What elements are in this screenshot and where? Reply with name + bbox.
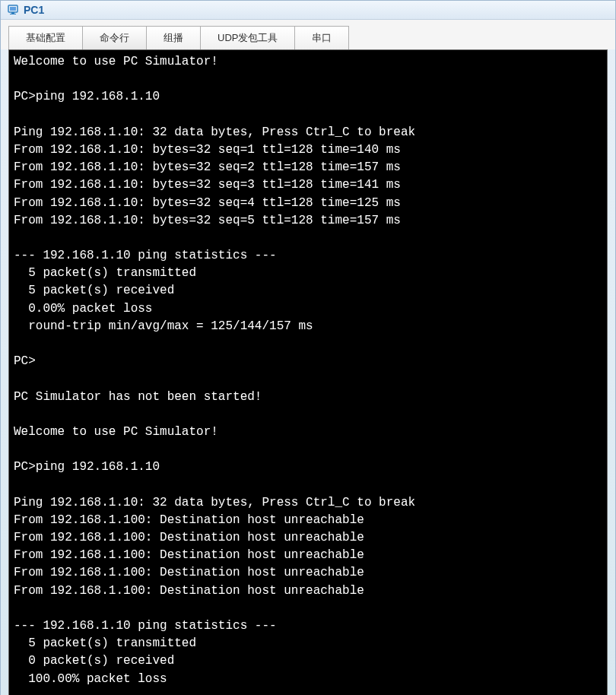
terminal-output[interactable]: Welcome to use PC Simulator! PC>ping 192… xyxy=(8,49,608,695)
tab-multicast[interactable]: 组播 xyxy=(146,26,201,49)
app-window: PC1 基础配置 命令行 组播 UDP发包工具 串口 Welcome to us… xyxy=(0,0,616,695)
title-bar: PC1 xyxy=(1,1,615,20)
window-title: PC1 xyxy=(24,4,44,16)
tab-udp-tool[interactable]: UDP发包工具 xyxy=(200,26,295,49)
svg-rect-3 xyxy=(10,14,16,14)
svg-rect-1 xyxy=(10,7,16,11)
tab-serial[interactable]: 串口 xyxy=(294,26,349,49)
tab-command-line[interactable]: 命令行 xyxy=(82,26,147,49)
tab-basic-config[interactable]: 基础配置 xyxy=(8,26,83,49)
pc-icon xyxy=(7,4,19,16)
tab-bar: 基础配置 命令行 组播 UDP发包工具 串口 xyxy=(1,20,615,49)
svg-rect-2 xyxy=(11,12,14,14)
